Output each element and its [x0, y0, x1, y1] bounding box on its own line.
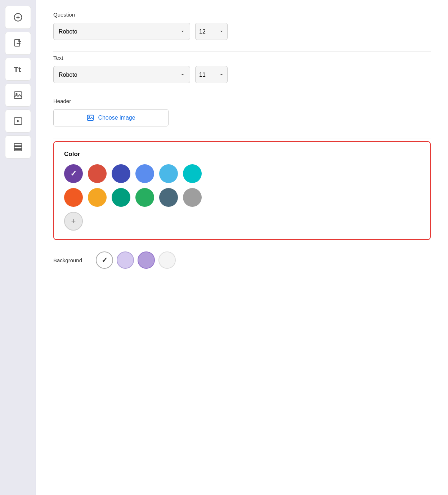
- media-icon: [13, 116, 23, 126]
- svg-point-7: [16, 93, 17, 95]
- main-panel: Question Roboto 12 Text Roboto 11 Header: [36, 0, 448, 495]
- add-color-button[interactable]: +: [64, 212, 83, 231]
- choose-image-button[interactable]: Choose image: [53, 109, 169, 126]
- color-swatch-amber[interactable]: [88, 188, 107, 207]
- text-size-select[interactable]: 11: [195, 66, 228, 83]
- text-label: Text: [53, 55, 431, 61]
- svg-rect-12: [14, 150, 22, 151]
- bg-swatch-light-lavender[interactable]: [117, 251, 134, 269]
- color-swatch-dark-blue[interactable]: [112, 164, 130, 183]
- svg-text:Tt: Tt: [14, 65, 21, 73]
- add-circle-icon: [13, 12, 23, 22]
- image-upload-icon: [86, 114, 94, 122]
- header-label: Header: [53, 98, 431, 104]
- color-swatch-purple[interactable]: [64, 164, 83, 183]
- background-label: Background: [53, 257, 89, 263]
- layout-icon: [13, 142, 23, 152]
- color-swatch-teal[interactable]: [112, 188, 130, 207]
- text-font-row: Roboto 11: [53, 66, 431, 83]
- bg-swatch-lavender[interactable]: [138, 251, 155, 269]
- sidebar-item-text[interactable]: Tt: [5, 58, 31, 81]
- color-row-add: +: [64, 212, 420, 231]
- svg-rect-10: [14, 144, 22, 146]
- color-section: Color +: [53, 141, 431, 240]
- color-swatch-orange[interactable]: [64, 188, 83, 207]
- svg-point-14: [89, 116, 90, 117]
- bg-swatch-white[interactable]: [96, 251, 113, 269]
- background-section: Background: [53, 243, 431, 269]
- svg-rect-6: [14, 92, 22, 99]
- question-label: Question: [53, 12, 431, 18]
- document-export-icon: [13, 38, 23, 48]
- question-font-row: Roboto 12: [53, 23, 431, 40]
- color-swatch-blue[interactable]: [135, 164, 154, 183]
- color-grid: +: [64, 164, 420, 231]
- text-type-icon: Tt: [13, 64, 23, 74]
- color-swatch-green[interactable]: [135, 188, 154, 207]
- color-swatch-red[interactable]: [88, 164, 107, 183]
- color-swatch-light-blue[interactable]: [159, 164, 178, 183]
- color-swatch-slate[interactable]: [159, 188, 178, 207]
- sidebar-item-export[interactable]: [5, 32, 31, 55]
- question-font-select[interactable]: Roboto: [53, 23, 190, 40]
- question-size-select[interactable]: 12: [195, 23, 228, 40]
- sidebar: Tt: [0, 0, 36, 495]
- image-icon: [13, 90, 23, 100]
- color-swatch-cyan[interactable]: [183, 164, 202, 183]
- color-label: Color: [64, 151, 420, 158]
- header-section: Header Choose image: [53, 98, 431, 138]
- color-row-2: [64, 188, 420, 207]
- sidebar-item-media[interactable]: [5, 110, 31, 133]
- svg-rect-11: [14, 147, 22, 149]
- question-section: Question Roboto 12: [53, 12, 431, 52]
- svg-rect-13: [88, 115, 94, 121]
- bg-swatch-light-gray[interactable]: [158, 251, 176, 269]
- text-font-select[interactable]: Roboto: [53, 66, 190, 83]
- color-swatch-gray[interactable]: [183, 188, 202, 207]
- sidebar-item-add[interactable]: [5, 6, 31, 29]
- svg-marker-9: [17, 120, 19, 122]
- choose-image-label: Choose image: [98, 115, 135, 121]
- sidebar-item-image[interactable]: [5, 84, 31, 107]
- color-row-1: [64, 164, 420, 183]
- sidebar-item-layout[interactable]: [5, 135, 31, 159]
- text-section: Text Roboto 11: [53, 55, 431, 95]
- background-color-row: [96, 251, 176, 269]
